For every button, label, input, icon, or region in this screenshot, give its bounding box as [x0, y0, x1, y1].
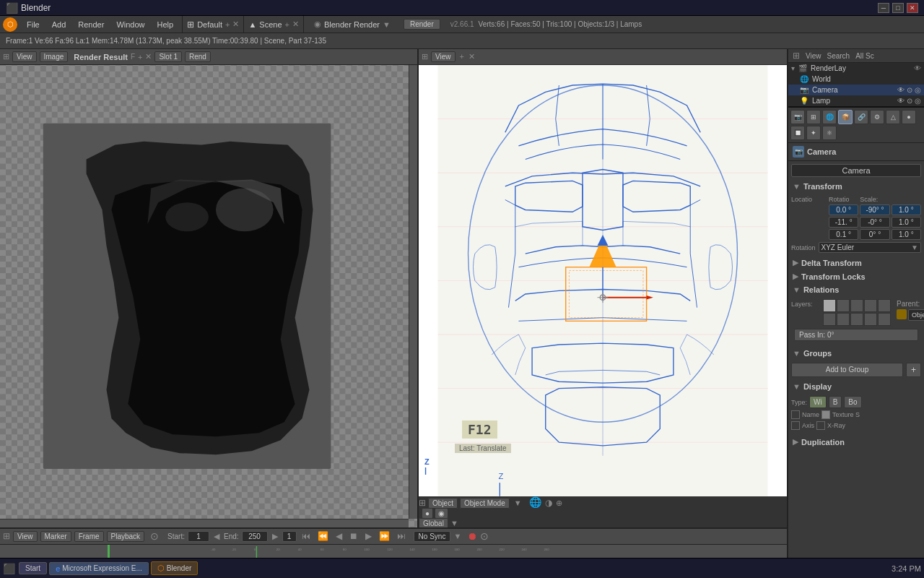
timeline-globe-btn[interactable]: ⊙: [150, 530, 159, 542]
lamp-render-icon[interactable]: ◎: [915, 97, 921, 105]
viewport-add[interactable]: +: [458, 52, 466, 61]
layer-3[interactable]: [850, 299, 863, 312]
lamp-eye[interactable]: 👁: [897, 97, 905, 105]
next-keyframe-btn[interactable]: ⏩: [377, 531, 392, 541]
data-btn[interactable]: △: [886, 110, 900, 124]
prev-keyframe-btn[interactable]: ⏪: [315, 531, 331, 541]
view-menu-btn[interactable]: View: [12, 51, 37, 62]
next-frame-btn[interactable]: ▶: [271, 532, 279, 541]
material-btn[interactable]: ●: [902, 110, 916, 124]
sync-dropdown[interactable]: ▼: [453, 532, 461, 540]
outliner-item-renderlay[interactable]: ▾ 🎬 RenderLay 👁: [788, 63, 924, 74]
close-button[interactable]: ✕: [907, 3, 918, 13]
timeline-playback-btn[interactable]: Playback: [107, 531, 145, 542]
loc-z-field[interactable]: 0.1 °: [829, 229, 858, 240]
b-btn[interactable]: B: [829, 396, 842, 408]
render-scroll-h[interactable]: [0, 519, 409, 527]
pass-in-btn[interactable]: Pass In: 0°: [794, 329, 918, 341]
menu-help[interactable]: Help: [152, 19, 180, 30]
global-dropdown[interactable]: ▼: [450, 519, 458, 527]
layer-4[interactable]: [864, 299, 877, 312]
outliner-item-world[interactable]: 🌐 World: [788, 74, 924, 85]
menu-add[interactable]: Add: [46, 19, 72, 30]
viewport-shader-btn[interactable]: ◑: [545, 498, 552, 508]
prev-frame-btn[interactable]: ◀: [212, 532, 221, 541]
current-frame[interactable]: 1: [282, 531, 297, 542]
rot-x-field[interactable]: -90° °: [860, 204, 889, 215]
delta-transform-toggle[interactable]: ▶ Delta Transform: [788, 256, 924, 269]
loc-y-field[interactable]: -11. °: [829, 217, 858, 228]
play-backward-btn[interactable]: ◀: [334, 531, 344, 541]
scale-z-field[interactable]: 1.0 °: [892, 229, 921, 240]
renderlay-eye[interactable]: 👁: [914, 64, 921, 72]
lamp-select-icon[interactable]: ⊙: [907, 97, 912, 105]
minimize-button[interactable]: ─: [878, 3, 889, 13]
play-forward-btn[interactable]: ▶: [363, 531, 374, 541]
viewport-globe-btn[interactable]: 🌐: [529, 496, 541, 508]
axis-checkbox[interactable]: [791, 421, 800, 430]
timeline-view-btn[interactable]: View: [13, 531, 38, 542]
timeline-frame-btn[interactable]: Frame: [74, 531, 104, 542]
menu-window[interactable]: Window: [110, 19, 150, 30]
mode-selector[interactable]: Object Mode: [460, 498, 510, 509]
rotation-mode-dropdown[interactable]: XYZ Euler ▼: [819, 242, 921, 253]
record-btn[interactable]: ⏺: [467, 530, 477, 542]
modifiers-btn[interactable]: ⚙: [870, 110, 884, 124]
render-props-btn[interactable]: 📷: [790, 110, 805, 124]
loc-x-field[interactable]: 0.0 °: [829, 204, 858, 215]
constraints-btn[interactable]: 🔗: [854, 110, 868, 124]
particles-btn[interactable]: ✦: [806, 126, 821, 140]
render-scroll-v[interactable]: [409, 65, 417, 519]
relations-toggle[interactable]: ▼ Relations: [788, 283, 924, 296]
camera-eye[interactable]: 👁: [897, 86, 905, 94]
bo-btn[interactable]: Bo: [844, 396, 861, 408]
end-input[interactable]: 250: [242, 531, 268, 542]
render-slot-selector[interactable]: Slot 1: [154, 51, 182, 62]
image-menu-btn[interactable]: Image: [40, 51, 69, 62]
rot-y-field[interactable]: -0° °: [860, 217, 889, 228]
transform-locks-toggle[interactable]: ▶ Transform Locks: [788, 269, 924, 283]
outliner-view-btn[interactable]: View: [806, 52, 821, 60]
texture-btn[interactable]: 🔲: [790, 126, 805, 140]
outliner-item-lamp[interactable]: 💡 Lamp 👁 ⊙ ◎: [788, 95, 924, 106]
viewport-view-btn[interactable]: View: [431, 51, 456, 62]
timeline-marker-btn[interactable]: Marker: [40, 531, 71, 542]
timeline-ruler[interactable]: -40 -20 0 20 40 60 80 100 120 140 160 18…: [0, 545, 787, 558]
object-props-btn[interactable]: 📦: [838, 110, 853, 124]
viewport-overlay-btn[interactable]: ⊕: [556, 499, 562, 507]
solid-shading-btn[interactable]: ●: [422, 508, 433, 519]
layer-7[interactable]: [837, 313, 850, 326]
workspace-close[interactable]: ✕: [232, 20, 239, 29]
workspace-add[interactable]: +: [225, 20, 230, 29]
rot-z-field[interactable]: 0° °: [860, 229, 889, 240]
jump-start-btn[interactable]: ⏮: [300, 531, 313, 541]
menu-file[interactable]: File: [21, 19, 45, 30]
texture-s-checkbox[interactable]: [821, 410, 830, 419]
outliner-all-btn[interactable]: All Sc: [855, 52, 874, 60]
timeline-extra-btn[interactable]: ⊙: [480, 530, 489, 542]
blender-taskbar-btn[interactable]: ⬡ Blender: [151, 561, 198, 575]
mode-dropdown[interactable]: ▼: [512, 499, 524, 507]
outliner-search-btn[interactable]: Search: [827, 52, 850, 60]
render-button[interactable]: Render: [404, 19, 440, 30]
camera-render-icon[interactable]: ◎: [915, 86, 921, 94]
render-shading-btn[interactable]: ◉: [435, 508, 448, 519]
wi-btn[interactable]: Wi: [809, 396, 827, 408]
scene-props-btn[interactable]: ⊞: [806, 110, 821, 124]
start-input[interactable]: 1: [188, 531, 209, 542]
layer-9[interactable]: [864, 313, 877, 326]
viewport-3d-view[interactable]: F12 Last: Translate Z: [419, 65, 787, 496]
render-add-btn[interactable]: +: [138, 53, 142, 61]
layer-1[interactable]: [823, 299, 836, 312]
jump-end-btn[interactable]: ⏭: [395, 531, 408, 541]
name-checkbox[interactable]: [791, 410, 800, 419]
physics-btn[interactable]: ⚛: [822, 126, 837, 140]
object-btn[interactable]: Object: [428, 498, 458, 509]
scene-remove[interactable]: ✕: [292, 20, 299, 29]
renderer-dropdown[interactable]: ▼: [383, 20, 391, 29]
scene-add[interactable]: +: [285, 20, 289, 29]
groups-toggle[interactable]: ▼ Groups: [788, 347, 924, 360]
add-to-group-btn[interactable]: Add to Group: [791, 363, 903, 377]
render-close-btn[interactable]: ✕: [145, 52, 152, 61]
expression-taskbar-btn[interactable]: e Microsoft Expression E...: [49, 562, 149, 575]
